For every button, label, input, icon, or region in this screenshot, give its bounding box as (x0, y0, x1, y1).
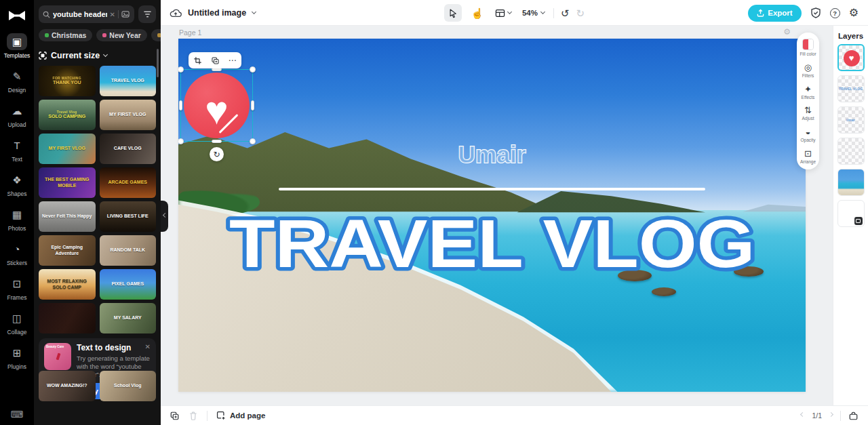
template-thumbnail[interactable]: PIXEL GAMES (100, 269, 157, 300)
search-icon (43, 11, 50, 18)
sidebar-nav-item[interactable]: T Text (1, 132, 33, 167)
bottom-divider (840, 411, 841, 421)
search-input[interactable]: youtube header ✕ (39, 5, 134, 23)
template-thumbnail[interactable]: Never Felt This Happy (39, 201, 96, 232)
zoom-control[interactable]: 54% (520, 4, 547, 22)
prev-page-icon[interactable] (800, 412, 805, 417)
template-thumbnail[interactable]: WOW AMAZING!? (39, 371, 96, 401)
sidebar-nav-item[interactable]: ◔ Stickers (1, 236, 33, 270)
title-text-element[interactable]: Umair (429, 136, 555, 174)
collapse-panel-handle[interactable] (161, 201, 168, 232)
capcut-logo[interactable] (7, 7, 27, 24)
layer-headline-text[interactable]: TRAVEL VLOG (837, 75, 865, 102)
sidebar-nav-item[interactable]: ☁ Upload (1, 98, 33, 132)
template-thumbnail[interactable]: RANDOM TALK (100, 235, 157, 266)
resize-handle[interactable] (178, 66, 184, 73)
element-tool[interactable]: ◎ Filters (798, 63, 818, 79)
search-tag[interactable]: Mos (151, 29, 161, 41)
sidebar-nav-item[interactable]: ▣ Templates (1, 28, 33, 63)
design-canvas[interactable]: Umair TRAVEL VLOG ⋯ ♥ (178, 39, 806, 392)
template-thumbnail[interactable]: CAFE VLOG (100, 134, 157, 164)
resize-handle[interactable] (250, 138, 256, 144)
present-icon[interactable] (848, 411, 859, 421)
layer-beach-image[interactable] (837, 169, 865, 196)
gear-icon[interactable]: ⚙ (849, 7, 859, 18)
page-settings-icon[interactable]: ⚙ (783, 27, 791, 37)
search-tag[interactable]: New Year (96, 29, 147, 41)
template-thumbnail[interactable]: Epic Camping Adventure (39, 235, 96, 266)
template-thumbnail[interactable]: Travel Vlog SOLO CAMPING (39, 100, 96, 130)
keyboard-shortcuts-icon[interactable]: ⌨ (0, 409, 34, 420)
more-options-icon[interactable]: ⋯ (229, 56, 237, 64)
resize-handle[interactable] (212, 140, 222, 143)
layer-line[interactable] (837, 138, 865, 165)
export-button[interactable]: Export (748, 5, 801, 22)
element-tools-panel: Fill color ◎ Filters ✦ Effects ⇅ Adjust … (797, 33, 819, 169)
layer-heart[interactable]: ♥ (837, 44, 865, 71)
sidebar-nav-item[interactable]: ❖ Shapes (1, 167, 33, 201)
resize-handle[interactable] (250, 66, 256, 73)
template-thumbnail[interactable]: LIVING BEST LIFE (100, 201, 157, 232)
template-thumbnail[interactable]: TRAVEL VLOG (100, 66, 157, 96)
duplicate-icon[interactable] (211, 56, 220, 65)
page-label: Page 1 (179, 28, 201, 37)
template-thumbnail[interactable]: MOST RELAXING SOLO CAMP (39, 269, 96, 300)
sidebar-nav-label: Design (8, 87, 26, 94)
element-tool[interactable]: ⇅ Adjust (798, 106, 818, 121)
sidebar-nav-label: Shapes (7, 190, 27, 197)
template-thumbnail[interactable]: MY FIRST VLOG (100, 100, 157, 130)
sidebar-nav-item[interactable]: ✎ Design (1, 63, 33, 98)
delete-page-icon[interactable] (189, 411, 198, 421)
template-thumbnail[interactable]: MY FIRST VLOG (39, 134, 96, 164)
sidebar-nav-item[interactable]: ◫ Collage (1, 305, 33, 340)
add-page-button[interactable]: Add page (216, 411, 265, 420)
hand-tool-button[interactable]: ☝ (469, 4, 486, 22)
duplicate-page-icon[interactable] (170, 411, 180, 421)
template-thumbnail[interactable]: School Vlog (100, 371, 157, 401)
shield-check-icon[interactable] (810, 7, 821, 18)
resize-handle[interactable] (251, 100, 254, 110)
element-tool[interactable]: ✦ Effects (798, 85, 818, 100)
top-toolbar: Untitled image ☝ 54% ↺ ↻ (161, 0, 868, 26)
sidebar-nav-label: Upload (8, 121, 26, 128)
help-button[interactable]: ? (830, 8, 840, 18)
export-icon (757, 9, 764, 17)
image-search-icon[interactable] (121, 10, 130, 18)
undo-button[interactable]: ↺ (561, 8, 570, 18)
close-icon[interactable]: ✕ (145, 343, 151, 350)
element-tool[interactable]: ◒ Opacity (798, 127, 818, 143)
tag-label: Christmas (52, 31, 86, 39)
current-size-header[interactable]: Current size (34, 41, 161, 66)
canvas-area: Page 1 ⚙ Umair TRAVEL VLOG (161, 26, 833, 405)
template-thumbnail[interactable]: ARCADE GAMES (100, 167, 157, 198)
resize-handle[interactable] (179, 100, 182, 110)
template-label: THE BEST GAMING MOBILE (39, 177, 96, 188)
select-tool-button[interactable] (444, 4, 462, 22)
filter-button[interactable] (138, 5, 156, 23)
rotate-handle[interactable]: ↻ (210, 147, 224, 161)
search-clear-icon[interactable]: ✕ (110, 11, 115, 18)
fill-color-tool[interactable]: Fill color (798, 39, 818, 57)
template-thumbnail[interactable]: FOR WATCHING THANK YOU (39, 66, 96, 96)
layer-background[interactable] (837, 200, 865, 227)
headline-text-element[interactable]: TRAVEL VLOG (222, 203, 762, 284)
template-label: MOST RELAXING SOLO CAMP (39, 279, 96, 289)
sidebar-nav-item[interactable]: ⊞ Plugins (1, 340, 33, 374)
template-thumbnail[interactable]: THE BEST GAMING MOBILE (39, 167, 96, 198)
layout-tool-button[interactable] (493, 4, 513, 22)
nav-rail: ▣ Templates ✎ Design ☁ Upload T Text ❖ S… (0, 0, 34, 425)
template-label: LIVING BEST LIFE (105, 214, 151, 219)
template-thumbnail[interactable]: MY SALARY (100, 303, 157, 333)
next-page-icon[interactable] (829, 412, 833, 417)
template-thumbnail[interactable] (39, 303, 96, 333)
templates-panel: youtube header ✕ Christmas (34, 0, 161, 425)
divider-line-element[interactable] (279, 188, 705, 190)
layer-title-text[interactable]: Umair (837, 106, 865, 134)
sidebar-nav-item[interactable]: ⊡ Frames (1, 270, 33, 305)
search-tag[interactable]: Christmas (39, 29, 92, 41)
crop-icon[interactable] (193, 56, 202, 65)
element-tool[interactable]: ⊡ Arrange (798, 149, 818, 165)
redo-button[interactable]: ↻ (576, 8, 585, 18)
panel-scrollbar[interactable] (157, 49, 159, 77)
sidebar-nav-item[interactable]: ▦ Photos (1, 201, 33, 236)
